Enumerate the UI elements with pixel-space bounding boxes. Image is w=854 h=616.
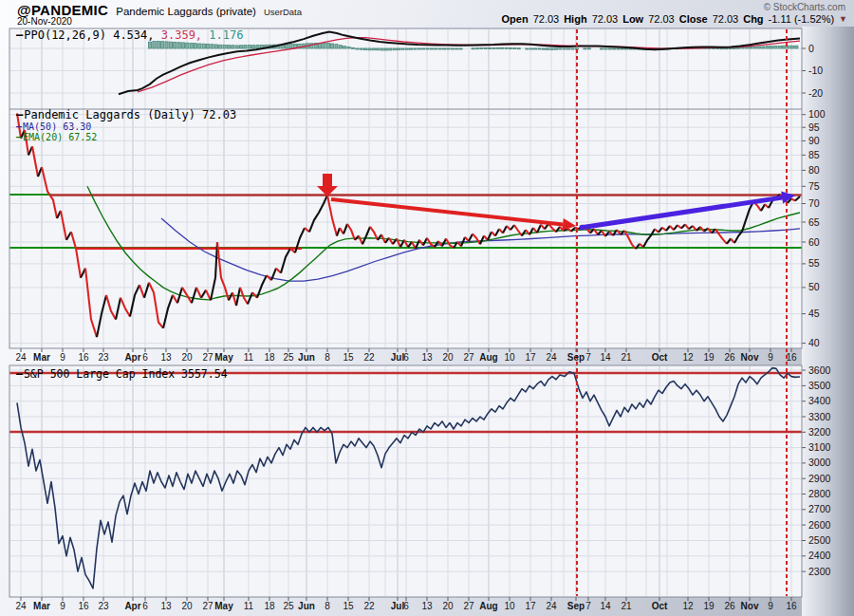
x-axis-date-label: Sep [567, 601, 585, 611]
y-axis-label: 2900 [808, 473, 831, 484]
x-axis-date-label: 22 [363, 601, 375, 611]
chart-svg[interactable]: 24Mar91623Apr6132027May111825Jun81522Jul… [0, 0, 854, 616]
ema20-legend-line: —EMA(20) 67.52 [16, 132, 236, 143]
x-axis-date-label: 12 [682, 352, 694, 363]
x-axis-date-label: 9 [60, 352, 65, 363]
y-axis-label: 2800 [808, 488, 831, 499]
x-axis-date-label: Oct [652, 352, 668, 363]
x-axis-date-label: 20 [181, 352, 193, 363]
y-axis-label: 3600 [808, 364, 831, 376]
x-axis-date-label: 24 [546, 601, 557, 611]
x-axis-date-label: 20 [442, 601, 454, 611]
x-axis-date-label: 16 [786, 352, 797, 363]
ppo-signal-value: 3.359, [161, 28, 202, 42]
y-axis-label: 3500 [808, 380, 831, 391]
x-axis-date-label: 9 [768, 352, 773, 363]
y-axis-label: 2700 [808, 503, 831, 514]
x-axis-date-label: 24 [546, 352, 557, 363]
y-axis-label: 40 [808, 337, 820, 348]
y-axis-label: 65 [808, 216, 820, 228]
y-axis-label: 45 [808, 308, 820, 319]
ppo-legend: —PPO(12,26,9) 4.534, 3.359, 1.176 [16, 28, 243, 42]
x-axis-date-label: 15 [343, 601, 354, 611]
x-axis-date-label: 16 [78, 352, 89, 363]
x-axis-date-label: 19 [703, 352, 715, 363]
y-axis-label: 3300 [808, 411, 831, 422]
price-legend-line: —Pandemic Laggards (Daily) 72.03 [16, 110, 236, 121]
y-axis-label: 3200 [808, 426, 831, 438]
x-axis-date-label: Mar [33, 601, 50, 611]
x-axis-date-label: 21 [621, 352, 632, 363]
x-axis-date-label: Aug [479, 352, 497, 363]
x-axis-date-label: 23 [98, 601, 109, 611]
x-axis-date-label: Mar [33, 352, 50, 363]
ma50-line-swatch: — [16, 121, 20, 132]
ema20-legend-text: EMA(20) 67.52 [23, 132, 97, 142]
x-axis-date-label: Apr [124, 601, 140, 611]
x-axis-date-label: Sep [567, 352, 585, 363]
x-axis-date-label: 13 [160, 601, 172, 611]
x-axis-date-label: 7 [585, 601, 591, 611]
y-axis-label: 2400 [808, 550, 831, 561]
ma50-legend-text: MA(50) 63.30 [23, 121, 91, 132]
sp500-line-swatch: — [16, 367, 21, 381]
x-axis-date-label: 25 [283, 601, 294, 611]
ppo-legend-text: PPO(12,26,9) 4.534, [24, 28, 154, 42]
x-axis-date-label: 27 [202, 601, 214, 611]
x-axis-date-label: 9 [60, 601, 65, 611]
x-axis-date-label: 27 [463, 601, 474, 611]
ppo-line-swatch: — [16, 28, 21, 42]
ma50-legend-line: —MA(50) 63.30 [16, 121, 236, 133]
y-axis-label: 80 [808, 164, 820, 176]
ema20-line-swatch: — [16, 132, 20, 142]
x-axis-date-label: 27 [463, 352, 474, 363]
x-axis-date-label: 18 [264, 352, 275, 363]
y-axis-label: 95 [808, 121, 820, 133]
x-axis-date-label: 16 [78, 601, 89, 611]
x-axis-date-label: 6 [403, 601, 409, 611]
chart-canvas[interactable]: 24Mar91623Apr6132027May111825Jun81522Jul… [0, 0, 854, 616]
y-axis-label: 2300 [808, 566, 831, 577]
y-axis-label: 90 [808, 135, 820, 146]
x-axis-date-label: 11 [244, 601, 254, 611]
x-axis-date-label: 10 [504, 601, 515, 611]
x-axis-date-label: Jun [298, 601, 315, 611]
x-axis-date-label: 26 [724, 601, 735, 611]
y-axis-label: 50 [808, 281, 820, 292]
x-axis-date-label: Nov [741, 352, 759, 363]
x-axis-date-label: 24 [15, 601, 27, 611]
x-axis-date-label: 15 [343, 352, 354, 363]
price-legend: —Pandemic Laggards (Daily) 72.03 —MA(50)… [16, 110, 236, 143]
x-axis-date-label: 23 [98, 352, 109, 363]
ppo-histogram-value: 1.176 [209, 28, 243, 42]
x-axis-date-label: 26 [724, 352, 735, 363]
x-axis-date-label: May [214, 352, 233, 363]
x-axis-date-label: 17 [525, 352, 536, 363]
x-axis-date-label: 12 [682, 601, 694, 611]
y-axis-label: 3400 [808, 395, 831, 406]
x-axis-date-label: 21 [621, 601, 632, 611]
x-axis-date-label: 17 [525, 601, 536, 611]
x-axis-date-label: 27 [202, 352, 214, 363]
x-axis-date-label: 18 [264, 601, 275, 611]
y-axis-label: 85 [808, 149, 820, 160]
x-axis-date-label: 19 [703, 601, 715, 611]
y-axis-label: -10 [808, 65, 823, 76]
x-axis-date-label: 25 [283, 352, 294, 363]
x-axis-date-label: 13 [421, 601, 433, 611]
x-axis-date-label: 13 [421, 352, 433, 363]
x-axis-date-label: 10 [504, 352, 515, 363]
y-axis-label: 0 [808, 43, 814, 54]
x-axis-date-label: Jun [298, 352, 315, 363]
y-axis-label: -20 [808, 87, 823, 99]
y-axis-label: 55 [808, 257, 820, 269]
sp500-legend-text: S&P 500 Large Cap Index 3557.54 [24, 367, 228, 381]
x-axis-date-label: 9 [768, 601, 773, 611]
y-axis-label: 3000 [808, 457, 831, 468]
x-axis-date-label: 13 [160, 352, 172, 363]
x-axis-date-label: 11 [244, 352, 254, 363]
x-axis-date-label: May [214, 601, 233, 611]
y-axis-label: 75 [808, 180, 820, 192]
y-axis-label: 2500 [808, 534, 831, 546]
x-axis-date-label: 14 [600, 601, 611, 611]
